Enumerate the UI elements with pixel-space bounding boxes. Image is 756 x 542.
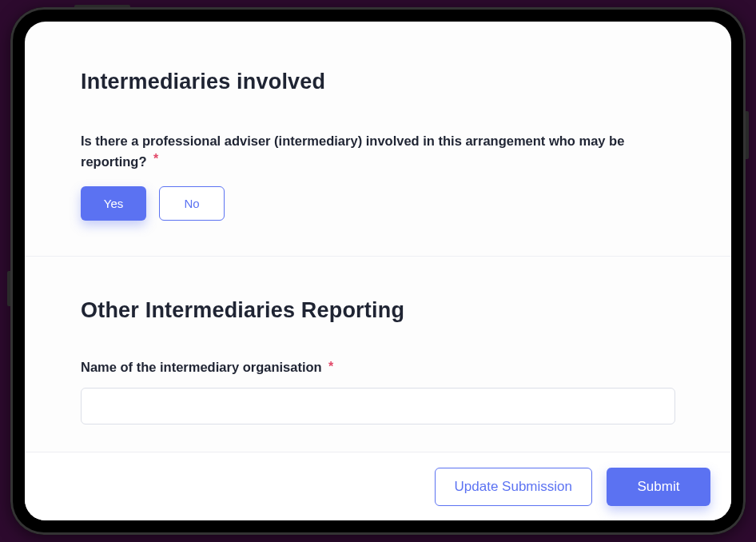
screen: Intermediaries involved Is there a profe… — [25, 22, 731, 520]
section-title-other: Other Intermediaries Reporting — [81, 298, 675, 323]
question-block: Is there a professional adviser (interme… — [81, 131, 675, 172]
tablet-top-button — [74, 5, 130, 7]
required-indicator: * — [328, 360, 333, 373]
yes-button[interactable]: Yes — [81, 186, 146, 221]
tablet-frame: Intermediaries involved Is there a profe… — [10, 7, 746, 535]
required-indicator: * — [153, 152, 158, 165]
submit-button[interactable]: Submit — [607, 468, 710, 506]
form-content: Intermediaries involved Is there a profe… — [25, 22, 731, 452]
field-block: Name of the intermediary organisation * — [81, 360, 675, 375]
yes-no-group: Yes No — [81, 186, 675, 221]
org-name-input[interactable] — [81, 388, 675, 424]
question-label: Is there a professional adviser (interme… — [81, 134, 624, 169]
footer-bar: Update Submission Submit — [25, 452, 731, 520]
section-other-intermediaries: Other Intermediaries Reporting Name of t… — [81, 298, 675, 424]
org-name-label: Name of the intermediary organisation — [81, 360, 322, 374]
no-button[interactable]: No — [159, 186, 225, 221]
tablet-side-button-left — [7, 271, 10, 306]
section-title-intermediaries: Intermediaries involved — [81, 70, 675, 94]
section-divider — [25, 256, 731, 257]
update-submission-button[interactable]: Update Submission — [435, 468, 592, 506]
tablet-side-button-right — [746, 111, 749, 159]
